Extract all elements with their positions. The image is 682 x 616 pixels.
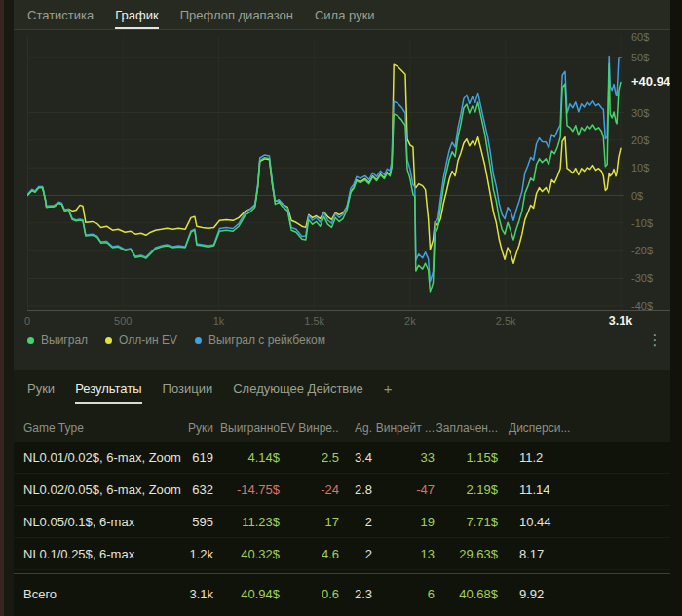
add-tab-button[interactable]: + xyxy=(384,381,393,404)
chart-section: 60$50$30$20$10$0$-10$-20$-30$-40$+40.94$… xyxy=(14,31,670,370)
legend-dot-icon xyxy=(27,337,34,344)
value-cell: 3.1k xyxy=(177,587,213,601)
value-cell: 3.4 xyxy=(339,450,372,465)
column-header-дисперси[interactable]: Дисперси... xyxy=(498,421,586,435)
game-type-cell: NL0.1/0.25$, 6-max xyxy=(23,547,177,561)
tab-статистика[interactable]: Статистика xyxy=(27,0,94,29)
legend-label: Выиграл xyxy=(41,333,88,347)
value-cell: 2.8 xyxy=(339,482,372,497)
table-row[interactable]: NL0.05/0.1$, 6-max59511.23$172197.71$10.… xyxy=(14,506,670,538)
tab-график[interactable]: График xyxy=(115,0,158,29)
y-tick-label: -40$ xyxy=(631,299,670,313)
value-cell: 17 xyxy=(280,515,339,529)
value-cell: 11.23$ xyxy=(213,515,280,529)
table-row[interactable]: NL0.01/0.02$, 6-max, Zoom6194.14$2.53.43… xyxy=(14,442,670,474)
tracker-window: СтатистикаГрафикПрефлоп диапазонСила рук… xyxy=(0,0,682,616)
legend-item-олл-ин-ev: Олл-ин EV xyxy=(105,333,177,347)
x-tick-label: 500 xyxy=(114,314,132,327)
value-cell: 632 xyxy=(177,482,213,497)
value-cell: 595 xyxy=(177,515,213,529)
legend-dot-icon xyxy=(195,337,202,344)
y-tick-label: 50$ xyxy=(631,51,670,64)
column-header-руки[interactable]: Руки xyxy=(177,421,213,435)
results-panel: РукиРезультатыПозицииСледующее Действие+… xyxy=(14,370,670,616)
value-cell: -24 xyxy=(280,482,339,497)
y-tick-label: -30$ xyxy=(631,271,670,285)
x-tick-label: 2k xyxy=(404,314,416,327)
chart-menu-icon[interactable]: ⋮ xyxy=(645,329,664,351)
y-tick-label: 0$ xyxy=(631,189,670,203)
y-tick-label: 60$ xyxy=(631,30,670,44)
game-type-cell: NL0.01/0.02$, 6-max, Zoom xyxy=(23,450,177,465)
value-cell: 2.19$ xyxy=(435,482,498,497)
column-header-ev-винре[interactable]: EV Винре... xyxy=(280,421,339,435)
window-left-edge xyxy=(4,0,14,616)
x-tick-label: 3.1k xyxy=(609,314,632,327)
value-cell: 4.6 xyxy=(280,547,339,561)
value-cell: 2.5 xyxy=(280,450,339,465)
value-cell: 2 xyxy=(339,547,372,561)
value-cell: 6 xyxy=(372,587,435,601)
value-cell: 1.2k xyxy=(177,547,213,561)
value-cell: 40.94$ xyxy=(213,587,280,601)
value-cell: 33 xyxy=(372,450,435,465)
table-row[interactable]: NL0.02/0.05$, 6-max, Zoom632-14.75$-242.… xyxy=(14,474,670,506)
column-header-ag[interactable]: Ag. xyxy=(339,421,372,435)
value-cell: -14.75$ xyxy=(213,482,280,497)
value-cell: 619 xyxy=(177,450,213,465)
tab-результаты[interactable]: Результаты xyxy=(75,381,141,404)
value-cell: 11.14 xyxy=(498,482,586,497)
column-header-выигранно[interactable]: Выигранно xyxy=(213,421,280,435)
value-cell: -47 xyxy=(372,482,435,497)
chart-legend: ВыигралОлл-ин EVВыиграл с рейкбеком xyxy=(27,333,325,347)
x-tick-label: 2.5k xyxy=(496,314,516,327)
results-tabs: РукиРезультатыПозицииСледующее Действие+ xyxy=(14,370,670,404)
x-axis-line xyxy=(27,310,670,311)
value-cell: 2 xyxy=(339,515,372,529)
top-tabs: СтатистикаГрафикПрефлоп диапазонСила рук… xyxy=(14,0,670,29)
window-right-edge xyxy=(670,0,682,616)
y-tick-label: 30$ xyxy=(631,106,670,120)
tab-позиции[interactable]: Позиции xyxy=(163,381,213,404)
winnings-chart[interactable] xyxy=(27,37,624,310)
legend-label: Олл-ин EV xyxy=(119,333,177,347)
legend-item-выиграл-с-рейкбеком: Выиграл с рейкбеком xyxy=(195,333,325,347)
game-type-cell: NL0.05/0.1$, 6-max xyxy=(23,515,177,529)
tab-префлоп-диапазон[interactable]: Префлоп диапазон xyxy=(180,0,293,29)
table-header-row: Game TypeРукиВыигранноEV Винре...Ag.Винр… xyxy=(14,418,670,438)
y-tick-label: 20$ xyxy=(631,134,670,147)
column-header-заплачен[interactable]: Заплачен... xyxy=(435,421,498,435)
value-cell: 11.2 xyxy=(498,450,586,465)
column-header-game-type[interactable]: Game Type xyxy=(23,421,177,435)
total-row[interactable]: Всего3.1k40.94$0.62.3640.68$9.92 xyxy=(14,577,670,610)
y-tick-label: -20$ xyxy=(631,244,670,257)
y-tick-label: -10$ xyxy=(631,216,670,230)
value-cell: 29.63$ xyxy=(435,547,498,561)
tab-следующее-действие[interactable]: Следующее Действие xyxy=(233,381,363,404)
top-tab-bar: СтатистикаГрафикПрефлоп диапазонСила рук… xyxy=(14,0,670,30)
value-cell: 2.3 xyxy=(339,587,372,601)
total-separator xyxy=(14,573,670,574)
game-type-cell: NL0.02/0.05$, 6-max, Zoom xyxy=(23,482,177,497)
value-cell: 1.15$ xyxy=(435,450,498,465)
table-row[interactable]: NL0.1/0.25$, 6-max1.2k40.32$4.621329.63$… xyxy=(14,538,670,570)
tab-руки[interactable]: Руки xyxy=(27,381,55,404)
column-header-винрейт[interactable]: Винрейт ... xyxy=(372,421,435,435)
x-tick-label: 0 xyxy=(24,314,30,327)
value-cell: 10.44 xyxy=(498,515,586,529)
value-cell: 40.32$ xyxy=(213,547,280,561)
x-tick-label: 1k xyxy=(213,314,225,327)
value-cell: 40.68$ xyxy=(435,587,498,601)
legend-item-выиграл: Выиграл xyxy=(27,333,88,347)
x-tick-label: 1.5k xyxy=(304,314,324,327)
legend-label: Выиграл с рейкбеком xyxy=(208,333,325,347)
value-cell: 0.6 xyxy=(280,587,339,601)
value-cell: 9.92 xyxy=(498,587,586,601)
game-type-cell: Всего xyxy=(23,587,177,601)
table-body: NL0.01/0.02$, 6-max, Zoom6194.14$2.53.43… xyxy=(14,442,670,616)
value-cell: 19 xyxy=(372,515,435,529)
value-cell: 7.71$ xyxy=(435,515,498,529)
value-cell: 13 xyxy=(372,547,435,561)
tab-сила-руки[interactable]: Сила руки xyxy=(315,0,375,29)
value-cell: 4.14$ xyxy=(213,450,280,465)
